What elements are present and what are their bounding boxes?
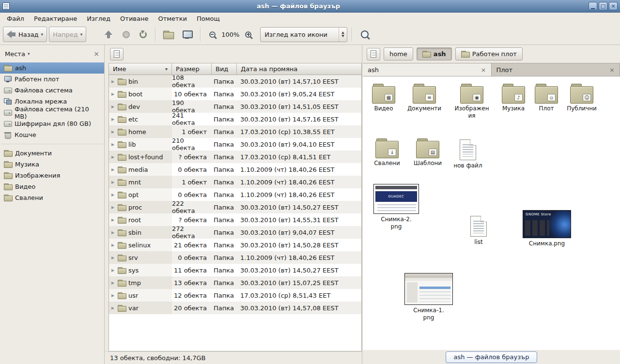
expander-icon[interactable]: ▶: [110, 193, 115, 197]
expander-icon[interactable]: ▶: [110, 79, 115, 84]
computer-button[interactable]: [178, 27, 196, 42]
table-row[interactable]: ▶var20 обектаПапка30.03.2010 (вт) 14,57,…: [109, 302, 361, 314]
expander-icon[interactable]: ▶: [110, 218, 115, 222]
table-row[interactable]: ▶tmp13 обектаПапка30.03.2010 (вт) 15,07,…: [109, 276, 361, 289]
pane-location-button[interactable]: [367, 48, 380, 61]
icon-item[interactable]: Снимка-1.png: [403, 273, 454, 321]
sidebar-title[interactable]: Места: [5, 50, 25, 58]
expander-icon[interactable]: ▶: [110, 268, 115, 273]
expander-icon[interactable]: ▶: [110, 167, 115, 172]
menu-item[interactable]: Файл: [2, 14, 29, 24]
expander-icon[interactable]: ▶: [110, 92, 115, 96]
expander-icon[interactable]: ▶: [110, 130, 115, 134]
stop-button[interactable]: [119, 27, 134, 42]
tab-close-icon[interactable]: ×: [481, 66, 486, 74]
icon-item[interactable]: ↓Свалени: [368, 138, 406, 167]
expander-icon[interactable]: ▶: [110, 205, 115, 210]
search-button[interactable]: [357, 27, 372, 42]
menu-item[interactable]: Редактиране: [29, 14, 82, 24]
sidebar-item[interactable]: Свалени: [0, 192, 104, 203]
table-row[interactable]: ▶lib210 обектаПапка30.03.2010 (вт) 9,04,…: [109, 138, 361, 151]
sidebar-item[interactable]: ash: [0, 62, 104, 74]
pathbar-button[interactable]: ash: [417, 47, 452, 61]
sidebar-item[interactable]: Видео: [0, 181, 104, 192]
table-row[interactable]: ▶sys11 обектаПапка30.03.2010 (вт) 14,50,…: [109, 264, 361, 276]
sidebar-item[interactable]: Документи: [0, 148, 104, 159]
column-header[interactable]: Дата на промяна: [237, 63, 361, 75]
sidebar-item[interactable]: Файлова система: [0, 85, 104, 96]
expander-icon[interactable]: ▶: [110, 256, 115, 260]
sidebar-item[interactable]: Шифриран дял (80 GB): [0, 118, 104, 129]
table-row[interactable]: ▶dev190 обектаПапка30.03.2010 (вт) 14,51…: [109, 100, 361, 113]
back-button[interactable]: Назад ▾: [3, 27, 47, 42]
expander-icon[interactable]: ▶: [110, 117, 115, 121]
table-row[interactable]: ▶usr12 обектаПапка17.03.2010 (ср) 8,51,4…: [109, 289, 361, 302]
table-row[interactable]: ▶home1 обектПапка17.03.2010 (ср) 10,38,5…: [109, 125, 361, 138]
maximize-button[interactable]: □: [599, 2, 607, 10]
table-row[interactable]: ▶proc222 обектаПапка30.03.2010 (вт) 14,5…: [109, 201, 361, 213]
icon-item[interactable]: ▦Видео: [364, 84, 403, 112]
table-row[interactable]: ▶media0 обектаПапка1.10.2009 (чт) 18,40,…: [109, 163, 361, 176]
sidebar-item[interactable]: Кошче: [0, 129, 104, 140]
table-row[interactable]: ▶bin108 обектаПапка30.03.2010 (вт) 14,57…: [109, 75, 361, 88]
expander-icon[interactable]: ▶: [110, 105, 115, 109]
icon-item[interactable]: ▫Плот: [527, 84, 566, 112]
sidebar-item[interactable]: Работен плот: [0, 74, 104, 85]
column-header[interactable]: Вид: [212, 63, 237, 75]
menu-item[interactable]: Изглед: [82, 14, 115, 24]
expander-icon[interactable]: ▶: [110, 230, 115, 235]
table-row[interactable]: ▶selinux21 обектаПапка30.03.2010 (вт) 14…: [109, 239, 361, 251]
titlebar[interactable]: ash — файлов браузър ▁ □ ×: [0, 0, 620, 13]
expander-icon[interactable]: ▶: [110, 293, 115, 298]
icon-item[interactable]: ▤Шаблони: [408, 138, 447, 167]
table-row[interactable]: ▶opt0 обектаПапка1.10.2009 (чт) 18,40,26…: [109, 188, 361, 201]
kind-cell: Папка: [212, 176, 237, 188]
window-list-button[interactable]: ash — файлов браузър: [446, 351, 537, 363]
table-row[interactable]: ▶root? обектаПапка30.03.2010 (вт) 14,55,…: [109, 213, 361, 226]
icon-item[interactable]: нов файл: [449, 139, 487, 169]
table-row[interactable]: ▶srv0 обектаПапка1.10.2009 (чт) 18,40,26…: [109, 251, 361, 264]
icon-item[interactable]: GNOME StoreСнимка.png: [522, 210, 572, 247]
close-button[interactable]: ×: [609, 2, 618, 10]
sidebar-item[interactable]: Файлова система (210 MB): [0, 107, 104, 118]
icon-item[interactable]: ☺Публични: [562, 84, 601, 112]
forward-button[interactable]: Напред ▾: [49, 27, 86, 42]
tab-close-icon[interactable]: ×: [609, 66, 615, 74]
notes-button[interactable]: [110, 48, 124, 61]
icon-item[interactable]: GUADECСнимка-2.png: [371, 184, 421, 230]
table-row[interactable]: ▶mnt1 обектПапка1.10.2009 (чт) 18,40,26 …: [109, 176, 361, 188]
up-button[interactable]: [101, 27, 117, 42]
icon-item[interactable]: list: [459, 216, 498, 246]
expander-icon[interactable]: ▶: [110, 155, 115, 159]
column-header[interactable]: Размер: [172, 63, 212, 75]
icon-label: Изображения: [454, 105, 489, 120]
expander-icon[interactable]: ▶: [110, 180, 115, 184]
column-header[interactable]: Име▾: [109, 63, 172, 75]
table-row[interactable]: ▶etc241 обектаПапка30.03.2010 (вт) 14,57…: [109, 113, 361, 125]
pathbar-button[interactable]: Работен плот: [455, 47, 523, 61]
view-mode-select[interactable]: Изглед като икони: [260, 27, 347, 42]
tab[interactable]: ash×: [363, 63, 492, 76]
menu-item[interactable]: Помощ: [192, 14, 225, 24]
zoom-out-button[interactable]: [205, 27, 219, 42]
home-button[interactable]: [160, 27, 176, 42]
table-row[interactable]: ▶sbin272 обектаПапка30.03.2010 (вт) 9,04…: [109, 226, 361, 239]
icon-item[interactable]: ◉Изображения: [452, 84, 491, 120]
expander-icon[interactable]: ▶: [110, 142, 115, 147]
sidebar-close-button[interactable]: ×: [93, 50, 99, 58]
table-row[interactable]: ▶boot10 обектаПапка30.03.2010 (вт) 9,05,…: [109, 88, 361, 100]
sidebar-item[interactable]: Музика: [0, 159, 104, 170]
icon-item[interactable]: ≡Документи: [405, 84, 444, 112]
reload-button[interactable]: [136, 27, 151, 42]
tab[interactable]: Плот×: [492, 63, 620, 76]
minimize-button[interactable]: ▁: [589, 2, 597, 10]
menu-item[interactable]: Отиване: [115, 14, 153, 24]
table-row[interactable]: ▶lost+found? обектаПапка17.03.2010 (ср) …: [109, 151, 361, 163]
expander-icon[interactable]: ▶: [110, 243, 115, 247]
pathbar-button[interactable]: home: [384, 47, 413, 61]
expander-icon[interactable]: ▶: [110, 306, 115, 310]
menu-item[interactable]: Отметки: [153, 14, 191, 24]
expander-icon[interactable]: ▶: [110, 281, 115, 285]
zoom-in-button[interactable]: [241, 27, 255, 42]
sidebar-item[interactable]: Изображения: [0, 170, 104, 181]
